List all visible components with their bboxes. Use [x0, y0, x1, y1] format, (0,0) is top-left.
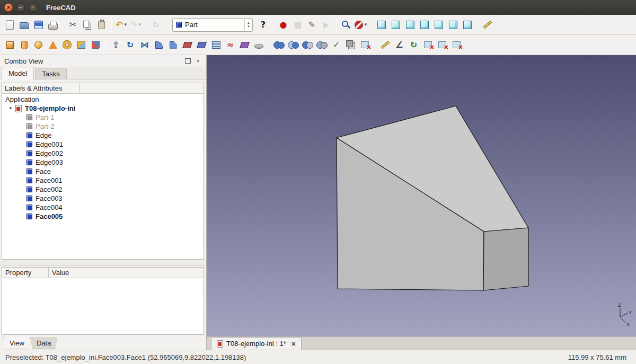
part-make-face-button[interactable]	[180, 37, 195, 53]
view-top-button[interactable]	[403, 17, 418, 33]
tree-item-label: Edge003	[36, 158, 63, 166]
combo-view-panel: Combo View × Model Tasks Labels & Attrib…	[0, 55, 207, 350]
object-face-right[interactable]	[483, 228, 528, 290]
part-mirror-button[interactable]: ⋈	[137, 37, 152, 53]
part-torus-button[interactable]	[60, 37, 74, 53]
cut-button[interactable]: ✂	[66, 17, 80, 33]
tree-item-face003[interactable]: Face003	[2, 194, 204, 203]
undo-button[interactable]: ↶▼	[114, 17, 129, 33]
tree-item-face001[interactable]: Face001	[2, 176, 204, 185]
property-column-header[interactable]: Property	[2, 268, 49, 278]
measure-toggle-3d-button[interactable]	[449, 37, 464, 53]
draw-style-dropdown-icon[interactable]: ▼	[364, 22, 368, 27]
open-document-button[interactable]	[17, 17, 31, 33]
part-box-button[interactable]	[3, 37, 17, 53]
part-boolean-button[interactable]	[315, 37, 329, 53]
part-defeaturing-button[interactable]	[358, 37, 372, 53]
document-tab-close-button[interactable]: ×	[292, 340, 296, 348]
window-maximize-button[interactable]: ▫	[29, 3, 37, 12]
macro-edit-button[interactable]: ✎	[305, 17, 319, 33]
panel-splitter[interactable]	[0, 261, 206, 266]
redo-button: ↷▼	[129, 17, 143, 33]
part-cone-button[interactable]	[46, 37, 60, 53]
expand-arrow-icon[interactable]: ▼	[8, 106, 13, 111]
3d-viewport[interactable]: Z Y X	[207, 55, 636, 336]
measure-angular-button[interactable]: ∠	[392, 37, 407, 53]
draw-style-button[interactable]: ▼	[354, 17, 369, 33]
toolbar-separator	[111, 18, 112, 32]
view-right-button[interactable]	[418, 17, 432, 33]
new-document-button[interactable]	[3, 17, 17, 33]
part-section-button[interactable]	[237, 37, 252, 53]
tree-item-part-2[interactable]: Part-2	[2, 122, 204, 131]
tree-item-edge003[interactable]: Edge003	[2, 158, 204, 167]
tree-item-face005[interactable]: Face005	[2, 212, 204, 221]
undo-dropdown-icon[interactable]: ▼	[123, 22, 128, 27]
tree-item-edge001[interactable]: Edge001	[2, 140, 204, 149]
measure-toggle-all-button[interactable]	[435, 37, 449, 53]
toolbar-separator	[375, 38, 375, 52]
window-minimize-button[interactable]: –	[16, 3, 25, 12]
workbench-spinner-icon[interactable]: ▲▼	[244, 20, 250, 30]
toolbar-separator	[63, 18, 63, 32]
tree-item-label: Face004	[36, 203, 63, 211]
part-boolean-union-button[interactable]	[272, 37, 286, 53]
view-bottom-button[interactable]	[446, 17, 461, 33]
part-make-face-icon	[182, 42, 192, 48]
tab-data[interactable]: Data	[30, 337, 57, 349]
tree-item-edge002[interactable]: Edge002	[2, 149, 204, 158]
copy-button[interactable]	[80, 17, 94, 33]
whats-this-button[interactable]: ?	[256, 17, 270, 33]
tree-item-t08-ejemplo-ini[interactable]: ▼T08-ejemplo-ini	[2, 104, 204, 113]
part-revolve-button[interactable]: ↻	[123, 37, 137, 53]
part-create-primitives-button[interactable]	[74, 37, 89, 53]
part-fillet-button[interactable]	[152, 37, 166, 53]
print-document-button[interactable]	[46, 17, 60, 33]
tree-item-face004[interactable]: Face004	[2, 203, 204, 212]
document-tab[interactable]: T08-ejemplo-ini : 1* ×	[211, 337, 302, 350]
paste-button[interactable]	[94, 17, 109, 33]
part-sphere-button[interactable]	[31, 37, 46, 53]
save-document-button[interactable]	[31, 17, 46, 33]
part-chamfer-button[interactable]	[166, 37, 180, 53]
tree-item-face002[interactable]: Face002	[2, 185, 204, 194]
tree-item-part-1[interactable]: Part-1	[2, 113, 204, 122]
tree-item-application[interactable]: Application	[2, 95, 204, 104]
measure-refresh-button[interactable]: ↻	[407, 37, 421, 53]
part-cross-sections-button[interactable]	[252, 37, 266, 53]
tree-item-face[interactable]: Face	[2, 167, 204, 176]
macro-edit-icon: ✎	[308, 21, 315, 29]
fit-all-button[interactable]	[339, 17, 354, 33]
panel-float-button[interactable]	[184, 57, 192, 65]
panel-close-button[interactable]: ×	[194, 57, 202, 65]
window-close-button[interactable]: ×	[4, 3, 13, 12]
view-isometric-button[interactable]	[375, 17, 389, 33]
measure-distance-button[interactable]	[481, 17, 495, 33]
view-rear-button[interactable]	[432, 17, 446, 33]
value-column-header[interactable]: Value	[49, 268, 204, 278]
tree-item-edge[interactable]: Edge	[2, 131, 204, 140]
measure-clear-all-button[interactable]	[421, 37, 435, 53]
part-check-geometry-button[interactable]: ✓	[329, 37, 343, 53]
part-compound-button[interactable]	[343, 37, 358, 53]
tab-view[interactable]: View	[3, 337, 31, 349]
part-sweep-button[interactable]: ≈	[223, 37, 237, 53]
measure-linear-button[interactable]	[378, 37, 392, 53]
workbench-selector[interactable]: Part ▲▼	[172, 18, 253, 32]
part-shape-builder-button[interactable]	[89, 37, 103, 53]
part-ruled-surface-button[interactable]	[195, 37, 209, 53]
view-left-button[interactable]	[461, 17, 475, 33]
macro-record-button[interactable]: ●	[276, 17, 290, 33]
tab-tasks[interactable]: Tasks	[35, 68, 66, 79]
view-front-button[interactable]	[389, 17, 403, 33]
part-extrude-button[interactable]: ⇧	[109, 37, 123, 53]
redo-dropdown-icon[interactable]: ▼	[138, 22, 142, 27]
part-boolean-cut-button[interactable]	[301, 37, 315, 53]
part-cylinder-button[interactable]	[17, 37, 31, 53]
tree-column-header[interactable]: Labels & Attributes	[2, 83, 80, 93]
part-loft-button[interactable]	[209, 37, 223, 53]
tab-model[interactable]: Model	[2, 67, 34, 79]
part-check-geometry-icon: ✓	[333, 41, 340, 49]
part-boolean-common-button[interactable]	[286, 37, 301, 53]
redo-icon: ↷	[130, 21, 137, 29]
